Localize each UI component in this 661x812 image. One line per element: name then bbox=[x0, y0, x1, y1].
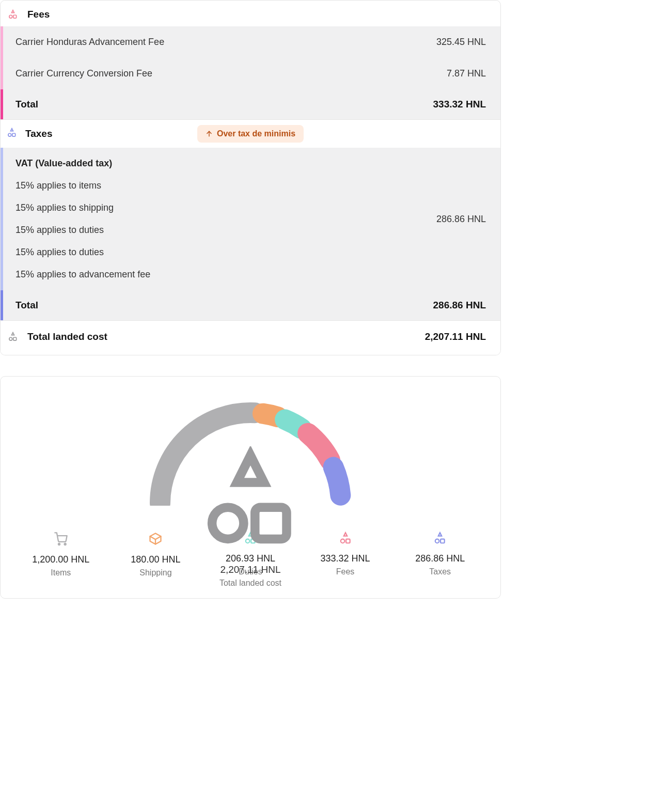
svg-rect-12 bbox=[255, 507, 287, 539]
chart-card: 2,207.11 HNL Total landed cost 1,200.00 … bbox=[0, 376, 501, 599]
svg-marker-10 bbox=[237, 456, 264, 483]
shapes-icon bbox=[395, 532, 485, 545]
legend-label: Items bbox=[16, 568, 106, 577]
fee-row: Carrier Currency Conversion Fee 7.87 HNL bbox=[3, 58, 500, 89]
arrow-up-icon bbox=[206, 130, 213, 137]
fees-total-label: Total bbox=[15, 99, 38, 110]
fee-row: Carrier Honduras Advancement Fee 325.45 … bbox=[3, 26, 500, 58]
badge-text: Over tax de minimis bbox=[217, 129, 295, 138]
landed-cost-gauge: 2,207.11 HNL Total landed cost bbox=[147, 397, 354, 506]
cart-icon bbox=[16, 532, 106, 546]
tax-line: 15% applies to duties bbox=[15, 247, 436, 258]
svg-marker-0 bbox=[12, 10, 14, 13]
legend-item-items: 1,200.00 HNL Items bbox=[16, 532, 106, 577]
svg-point-14 bbox=[64, 543, 66, 545]
taxes-section-body: VAT (Value-added tax) 15% applies to ite… bbox=[1, 148, 500, 290]
svg-rect-23 bbox=[440, 539, 445, 543]
legend-label: Taxes bbox=[395, 567, 485, 576]
svg-point-11 bbox=[212, 507, 244, 539]
tax-line: 15% applies to shipping bbox=[15, 202, 436, 213]
tax-line: 15% applies to advancement fee bbox=[15, 269, 436, 280]
svg-marker-21 bbox=[438, 533, 442, 536]
shapes-icon bbox=[7, 332, 19, 342]
taxes-total-row: Total 286.86 HNL bbox=[1, 290, 500, 320]
fees-total-row: Total 333.32 HNL bbox=[1, 89, 500, 119]
taxes-section-header: Taxes Over tax de minimis bbox=[1, 119, 500, 148]
legend-item-taxes: 286.86 HNL Taxes bbox=[395, 532, 485, 577]
shapes-icon bbox=[7, 128, 17, 140]
legend-value: 1,200.00 HNL bbox=[16, 554, 106, 565]
svg-rect-5 bbox=[12, 133, 15, 136]
legend-value: 286.86 HNL bbox=[395, 553, 485, 564]
gauge-total-amount: 2,207.11 HNL bbox=[147, 564, 354, 575]
fees-title: Fees bbox=[27, 9, 50, 20]
shapes-icon bbox=[7, 9, 19, 20]
de-minimis-badge: Over tax de minimis bbox=[197, 125, 304, 143]
landed-total-row: Total landed cost 2,207.11 HNL bbox=[1, 320, 500, 355]
svg-point-8 bbox=[9, 337, 12, 340]
svg-rect-9 bbox=[13, 337, 17, 340]
fee-row-name: Carrier Currency Conversion Fee bbox=[15, 68, 447, 79]
svg-point-13 bbox=[58, 543, 60, 545]
fees-total-amount: 333.32 HNL bbox=[433, 99, 486, 110]
taxes-amount: 286.86 HNL bbox=[436, 214, 486, 225]
vat-label: VAT (Value-added tax) bbox=[15, 158, 436, 169]
fees-section-body: Carrier Honduras Advancement Fee 325.45 … bbox=[1, 26, 500, 89]
landed-label: Total landed cost bbox=[27, 331, 417, 342]
fee-row-amount: 7.87 HNL bbox=[447, 68, 486, 79]
landed-amount: 2,207.11 HNL bbox=[425, 331, 486, 342]
svg-point-1 bbox=[9, 15, 12, 18]
tax-line: 15% applies to duties bbox=[15, 225, 436, 236]
svg-point-4 bbox=[8, 133, 11, 136]
svg-rect-2 bbox=[13, 15, 17, 18]
svg-marker-3 bbox=[11, 129, 13, 131]
taxes-title: Taxes bbox=[25, 128, 52, 139]
shapes-icon bbox=[147, 446, 354, 555]
fee-row-name: Carrier Honduras Advancement Fee bbox=[15, 37, 436, 48]
breakdown-card: Fees Carrier Honduras Advancement Fee 32… bbox=[0, 0, 501, 355]
taxes-total-amount: 286.86 HNL bbox=[433, 300, 486, 311]
gauge-total-label: Total landed cost bbox=[147, 579, 354, 588]
svg-marker-7 bbox=[12, 333, 14, 335]
tax-line: 15% applies to items bbox=[15, 180, 436, 191]
taxes-total-label: Total bbox=[15, 300, 38, 311]
fee-row-amount: 325.45 HNL bbox=[436, 37, 486, 48]
svg-point-22 bbox=[435, 539, 439, 543]
fees-section-header: Fees bbox=[1, 1, 500, 26]
